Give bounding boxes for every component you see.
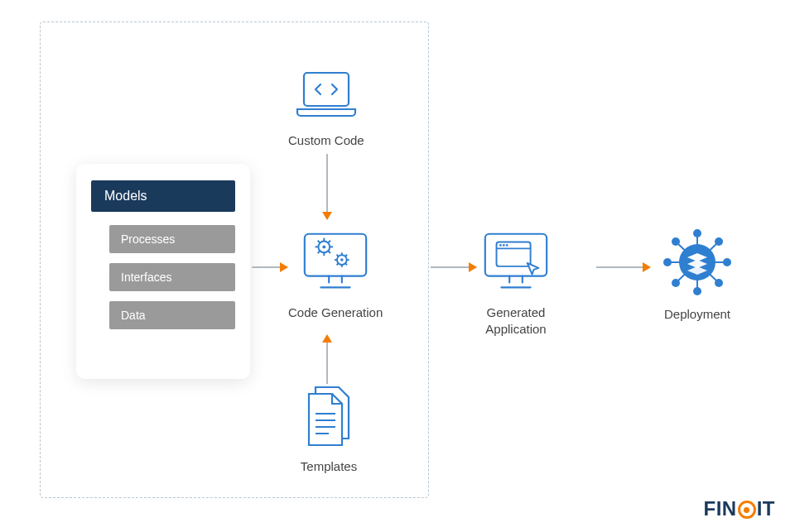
node-custom-code: Custom Code — [288, 66, 364, 149]
svg-point-13 — [340, 258, 344, 261]
svg-line-19 — [345, 263, 347, 265]
svg-point-29 — [499, 244, 502, 247]
svg-point-40 — [693, 229, 701, 237]
logo-o-icon — [738, 501, 756, 519]
node-code-generation: Code Generation — [288, 228, 383, 321]
svg-line-20 — [337, 263, 339, 265]
models-card: Models Processes Interfaces Data — [76, 164, 250, 379]
model-item-interfaces: Interfaces — [109, 263, 235, 291]
deployment-label: Deployment — [664, 306, 730, 323]
svg-point-44 — [672, 237, 680, 246]
svg-point-42 — [663, 258, 672, 266]
svg-point-43 — [723, 258, 731, 266]
monitor-gears-icon — [298, 228, 373, 296]
svg-point-41 — [693, 287, 701, 295]
network-stack-icon — [656, 227, 739, 298]
node-templates: Templates — [292, 384, 366, 475]
svg-line-11 — [328, 241, 330, 243]
generated-application-label: Generated Application — [485, 304, 546, 337]
svg-rect-0 — [304, 73, 349, 106]
arrow-codegen-to-genapp — [431, 262, 477, 272]
documents-icon — [292, 384, 366, 450]
templates-label: Templates — [301, 458, 357, 475]
node-deployment: Deployment — [656, 227, 739, 323]
code-generation-label: Code Generation — [288, 304, 383, 321]
arrow-templates-to-codegen — [322, 334, 332, 384]
svg-line-18 — [337, 255, 339, 256]
svg-point-3 — [322, 245, 325, 248]
logo-text-part2: IT — [757, 497, 775, 520]
svg-point-31 — [506, 244, 508, 247]
svg-line-9 — [328, 251, 330, 253]
svg-line-21 — [345, 255, 347, 256]
model-item-processes: Processes — [109, 225, 235, 253]
laptop-code-icon — [289, 66, 364, 124]
arrow-genapp-to-deploy — [596, 262, 651, 272]
svg-point-47 — [715, 279, 723, 287]
monitor-window-cursor-icon — [479, 228, 553, 296]
node-generated-application: Generated Application — [479, 228, 553, 337]
svg-rect-1 — [305, 234, 366, 276]
svg-point-46 — [672, 279, 680, 287]
svg-rect-26 — [485, 234, 547, 276]
models-header: Models — [91, 180, 235, 212]
finoit-logo: FIN IT — [704, 497, 776, 520]
svg-point-45 — [715, 237, 723, 246]
svg-line-8 — [318, 241, 320, 243]
svg-line-10 — [318, 251, 320, 253]
model-item-data: Data — [109, 301, 235, 329]
arrow-customcode-to-codegen — [322, 154, 332, 220]
arrow-models-to-codegen — [252, 262, 288, 272]
svg-point-30 — [503, 244, 505, 247]
logo-text-part1: FIN — [704, 497, 737, 520]
custom-code-label: Custom Code — [288, 132, 364, 149]
